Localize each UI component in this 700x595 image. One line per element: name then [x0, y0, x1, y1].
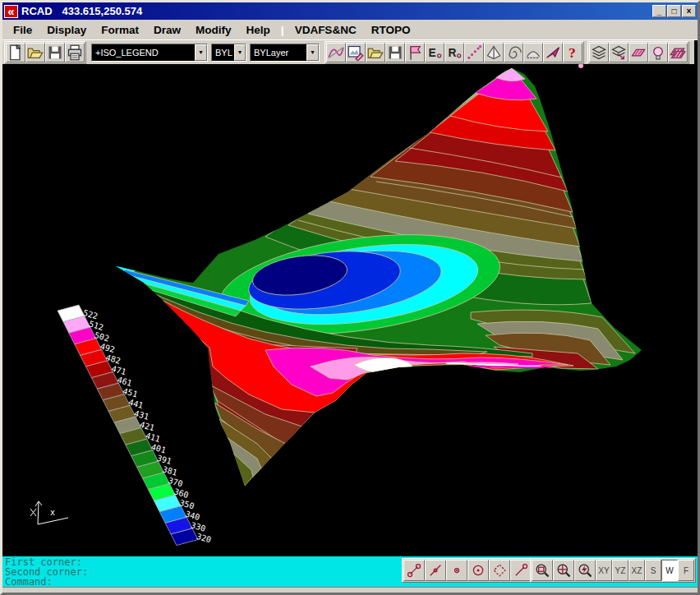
r-point-button[interactable]: R: [444, 43, 464, 62]
new-file-icon: [7, 44, 24, 61]
maximize-button[interactable]: □: [667, 5, 681, 17]
flag-button[interactable]: [405, 43, 425, 62]
layer-toolbar-group: [587, 41, 689, 64]
layers-hatch-icon: [670, 44, 686, 61]
bulb-button[interactable]: [648, 43, 668, 62]
snap-quadrant-button[interactable]: [489, 560, 510, 581]
drawing-canvas[interactable]: 5225125024924824714614514414314214114013…: [2, 64, 698, 556]
layer-dropdown-arrow-icon[interactable]: ▼: [195, 44, 207, 61]
menu-format[interactable]: Format: [94, 22, 146, 38]
dotted-line-button[interactable]: [464, 43, 484, 62]
zoom-dynamic-button[interactable]: [532, 560, 553, 581]
menu-rtopo[interactable]: RTOPO: [364, 22, 418, 38]
save-button[interactable]: [45, 43, 65, 62]
menu-separator: |: [278, 22, 288, 38]
menu-help[interactable]: Help: [239, 22, 278, 38]
snap-endpoint-button[interactable]: [403, 560, 425, 581]
snap-midpoint-button[interactable]: [425, 560, 446, 581]
print-icon: [67, 44, 83, 61]
dart-button[interactable]: [543, 43, 563, 62]
spiral-icon: [505, 44, 522, 61]
menu-vdafs-nc[interactable]: VDAFS&NC: [288, 22, 364, 38]
spiral-button[interactable]: [504, 43, 523, 62]
open-folder-button[interactable]: [366, 43, 385, 62]
layer-flat-icon: [630, 44, 647, 61]
pyramid-button[interactable]: [484, 43, 504, 62]
new-file-button[interactable]: [6, 43, 25, 62]
menu-file[interactable]: File: [6, 22, 39, 38]
elevation-legend: 5225125024924824714614514414314214114013…: [58, 305, 212, 546]
color-dropdown-arrow-icon[interactable]: ▼: [234, 44, 246, 61]
menu-display[interactable]: Display: [39, 22, 94, 38]
app-logo-icon: «: [4, 5, 18, 18]
menu-modify[interactable]: Modify: [188, 22, 239, 38]
bridge-button[interactable]: [523, 43, 543, 62]
dart-icon: [545, 44, 561, 61]
snap-nearest-icon: [513, 562, 529, 579]
view-f-button[interactable]: F: [678, 560, 694, 581]
layer-flat-button[interactable]: [629, 43, 648, 62]
snap-node-button[interactable]: [446, 560, 467, 581]
view-w-button[interactable]: W: [661, 560, 678, 581]
menubar: FileDisplayFormatDrawModifyHelp|VDAFS&NC…: [2, 20, 698, 40]
close-button[interactable]: ×: [682, 5, 696, 17]
edit-image-icon: [348, 44, 364, 61]
view-xz-button[interactable]: XZ: [629, 560, 645, 581]
snap-center-button[interactable]: [467, 560, 489, 581]
layers-hatch-button[interactable]: [668, 43, 688, 62]
rcad-window: « RCAD 433.615,250.574 _ □ × FileDisplay…: [0, 0, 700, 595]
view-xy-button[interactable]: XY: [596, 560, 612, 581]
open-folder-icon: [27, 44, 44, 61]
save-button[interactable]: [385, 43, 405, 62]
layers-move-button[interactable]: [609, 43, 629, 62]
window-title: RCAD: [21, 5, 53, 17]
bulb-icon: [650, 44, 666, 61]
curve-button[interactable]: [326, 43, 346, 62]
snap-center-icon: [470, 562, 486, 579]
terrain-surface: 5225125024924824714614514414314214114013…: [2, 64, 698, 556]
snap-endpoint-icon: [406, 562, 422, 579]
color-dropdown-value: BYL: [212, 44, 234, 61]
print-button[interactable]: [65, 43, 85, 62]
open-folder-icon: [367, 44, 384, 61]
minimize-button[interactable]: _: [652, 5, 666, 17]
view-toolbar: XYYZXZSWF: [530, 558, 696, 583]
color-dropdown[interactable]: BYL ▼: [211, 44, 246, 62]
linetype-dropdown-value: BYLayer: [251, 44, 306, 61]
curve-icon: [328, 44, 344, 61]
window-bottom-edge: [2, 587, 698, 594]
layer-dropdown-value: +ISO_LEGEND: [92, 44, 195, 61]
command-area[interactable]: First corner: Second corner: Command: XY…: [2, 556, 698, 587]
zoom-dynamic-icon: [534, 562, 550, 579]
layers-button[interactable]: [589, 43, 609, 62]
bridge-icon: [525, 44, 541, 61]
layers-icon: [591, 44, 607, 61]
zoom-redraw-button[interactable]: [574, 560, 596, 581]
snap-node-icon: [449, 562, 465, 579]
ucs-axis-icon: x: [30, 501, 68, 524]
edit-image-button[interactable]: [346, 43, 366, 62]
file-toolbar-group: [4, 41, 86, 64]
toolbar: +ISO_LEGEND ▼ BYL ▼ BYLayer ▼ ER?: [2, 40, 698, 64]
snap-quadrant-icon: [491, 562, 508, 579]
linetype-dropdown[interactable]: BYLayer ▼: [250, 44, 320, 62]
e-point-button[interactable]: E: [425, 43, 444, 62]
zoom-window-icon: [555, 562, 572, 579]
contour-surface: [85, 64, 660, 508]
layer-dropdown[interactable]: +ISO_LEGEND ▼: [91, 44, 208, 62]
zoom-redraw-icon: [577, 562, 593, 579]
view-yz-button[interactable]: YZ: [612, 560, 629, 581]
zoom-window-button[interactable]: [553, 560, 574, 581]
cursor-coordinates: 433.615,250.574: [62, 5, 143, 17]
linetype-dropdown-arrow-icon[interactable]: ▼: [306, 44, 319, 61]
pyramid-icon: [486, 44, 502, 61]
flag-icon: [407, 44, 423, 61]
menu-draw[interactable]: Draw: [146, 22, 188, 38]
view-s-button[interactable]: S: [645, 560, 661, 581]
dotted-line-icon: [466, 44, 482, 61]
snap-nearest-button[interactable]: [510, 560, 532, 581]
svg-text:E: E: [429, 47, 436, 59]
svg-text:?: ?: [569, 44, 576, 61]
help-button[interactable]: ?: [563, 43, 583, 62]
open-folder-button[interactable]: [25, 43, 45, 62]
